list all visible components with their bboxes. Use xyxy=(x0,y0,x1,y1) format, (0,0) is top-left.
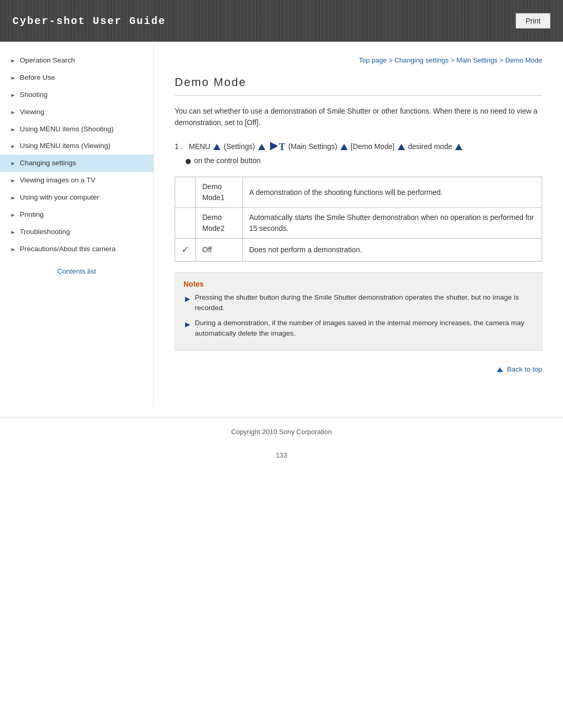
back-to-top[interactable]: Back to top xyxy=(175,365,542,373)
arrow-icon: ► xyxy=(10,57,16,65)
demo-mode-triangle-icon xyxy=(398,144,405,150)
demo-table: Demo Mode1 A demonstration of the shooti… xyxy=(175,177,542,262)
breadcrumb-changing[interactable]: Changing settings xyxy=(395,56,449,64)
sidebar-item-operation-search[interactable]: ► Operation Search xyxy=(0,52,153,69)
arrow-icon: ► xyxy=(10,109,16,116)
table-label-cell: Off xyxy=(196,239,243,262)
step-demo-mode-label: [Demo Mode] xyxy=(351,142,395,151)
description: You can set whether to use a demonstrati… xyxy=(175,105,542,129)
arrow-icon: ► xyxy=(10,126,16,133)
sidebar-item-troubleshooting[interactable]: ► Troubleshooting xyxy=(0,224,153,241)
arrow-icon: ► xyxy=(10,160,16,167)
page-number: 133 xyxy=(0,446,563,464)
sidebar-item-menu-viewing[interactable]: ► Using MENU items (Viewing) xyxy=(0,138,153,155)
breadcrumb: Top page > Changing settings > Main Sett… xyxy=(175,52,542,64)
menu-triangle-icon xyxy=(213,144,221,150)
step-settings-label: (Settings) xyxy=(224,142,255,151)
copyright-text: Copyright 2010 Sony Corporation xyxy=(231,428,332,436)
table-row: Demo Mode1 A demonstration of the shooti… xyxy=(175,177,542,208)
footer: Copyright 2010 Sony Corporation xyxy=(0,417,563,446)
back-to-top-link[interactable]: Back to top xyxy=(507,365,542,373)
sidebar-item-before-use[interactable]: ► Before Use xyxy=(0,69,153,87)
sidebar-item-printing[interactable]: ► Printing xyxy=(0,206,153,224)
table-row: Demo Mode2 Automatically starts the Smil… xyxy=(175,208,542,239)
arrow-icon: ► xyxy=(10,229,16,236)
control-button-icon xyxy=(186,159,191,164)
desired-mode-triangle-icon xyxy=(455,144,462,150)
note-arrow-icon: ► xyxy=(183,293,192,305)
settings-triangle-icon xyxy=(258,144,265,150)
note-item-1: ► Pressing the shutter button during the… xyxy=(183,292,533,314)
table-desc-cell: Does not perform a demonstration. xyxy=(243,239,542,262)
breadcrumb-top[interactable]: Top page xyxy=(359,56,387,64)
sidebar-item-menu-shooting[interactable]: ► Using MENU items (Shooting) xyxy=(0,121,153,138)
sidebar-item-computer[interactable]: ► Using with your computer xyxy=(0,189,153,206)
arrow-icon: ► xyxy=(10,177,16,184)
notes-box: Notes ► Pressing the shutter button duri… xyxy=(175,272,542,351)
arrow-icon: ► xyxy=(10,212,16,219)
step-menu-label: MENU xyxy=(189,142,210,151)
sidebar-item-shooting[interactable]: ► Shooting xyxy=(0,87,153,104)
sidebar-item-changing-settings[interactable]: ► Changing settings xyxy=(0,155,153,172)
note-text-1: Pressing the shutter button during the S… xyxy=(195,292,533,314)
arrow-icon: ► xyxy=(10,75,16,82)
app-title: Cyber-shot User Guide xyxy=(13,15,166,27)
main-settings-icon: ⯈T xyxy=(270,139,285,155)
breadcrumb-current: Demo Mode xyxy=(505,56,542,64)
arrow-icon: ► xyxy=(10,194,16,202)
sidebar-item-viewing[interactable]: ► Viewing xyxy=(0,104,153,121)
header: Cyber-shot User Guide Print xyxy=(0,0,563,42)
arrow-icon: ► xyxy=(10,246,16,253)
table-label-cell: Demo Mode2 xyxy=(196,208,243,239)
table-row: ✓ Off Does not perform a demonstration. xyxy=(175,239,542,262)
check-icon: ✓ xyxy=(181,244,189,255)
sidebar-item-precautions[interactable]: ► Precautions/About this camera xyxy=(0,241,153,258)
arrow-icon: ► xyxy=(10,92,16,99)
breadcrumb-main-settings[interactable]: Main Settings xyxy=(457,56,498,64)
note-text-2: During a demonstration, if the number of… xyxy=(195,318,533,339)
notes-title: Notes xyxy=(183,280,533,288)
arrow-icon: ► xyxy=(10,143,16,150)
table-check-cell: ✓ xyxy=(175,239,196,262)
main-layout: ► Operation Search ► Before Use ► Shooti… xyxy=(0,42,563,406)
main-settings-triangle-icon xyxy=(340,144,348,150)
contents-list-link[interactable]: Contents list xyxy=(0,262,153,280)
step-main-settings-label: (Main Settings) xyxy=(288,142,337,151)
sidebar: ► Operation Search ► Before Use ► Shooti… xyxy=(0,42,154,406)
print-button[interactable]: Print xyxy=(516,13,550,29)
note-item-2: ► During a demonstration, if the number … xyxy=(183,318,533,339)
table-desc-cell: Automatically starts the Smile Shutter d… xyxy=(243,208,542,239)
note-arrow-icon: ► xyxy=(183,318,192,331)
table-label-cell: Demo Mode1 xyxy=(196,177,243,208)
step-1: 1 . MENU (Settings) ⯈T (Main Settings) [… xyxy=(175,139,542,167)
main-content: Top page > Changing settings > Main Sett… xyxy=(154,42,563,406)
step-desired-mode-label: desired mode xyxy=(408,142,452,151)
sidebar-item-viewing-tv[interactable]: ► Viewing images on a TV xyxy=(0,172,153,189)
step-number: 1 . xyxy=(175,142,183,151)
page-title: Demo Mode xyxy=(175,76,542,96)
step-control-button-label: on the control button xyxy=(194,156,261,165)
back-to-top-icon xyxy=(497,367,503,372)
table-icon-cell xyxy=(175,177,196,208)
table-icon-cell xyxy=(175,208,196,239)
table-desc-cell: A demonstration of the shooting function… xyxy=(243,177,542,208)
